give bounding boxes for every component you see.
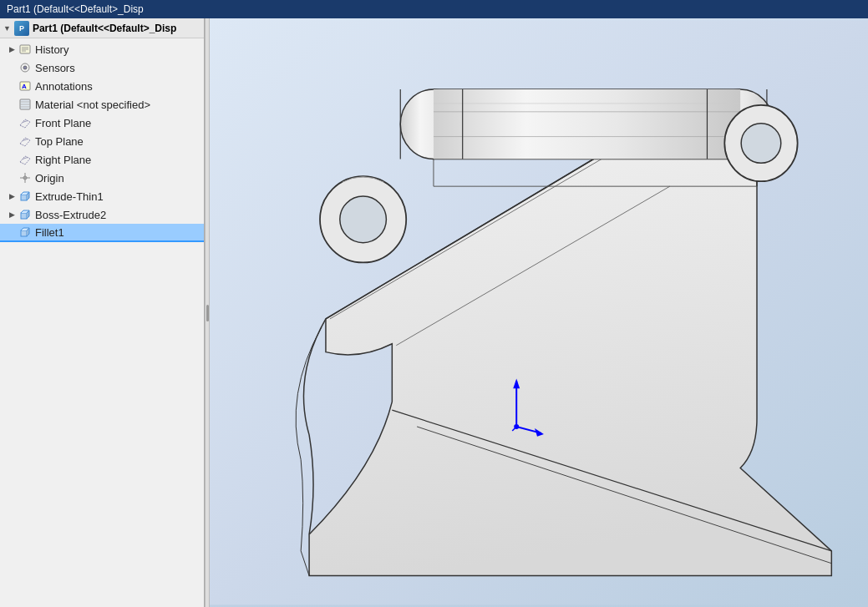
cad-viewport-svg <box>210 18 868 607</box>
material-icon-material <box>18 98 32 111</box>
plane-icon-right-plane <box>18 153 32 166</box>
svg-point-23 <box>340 196 387 243</box>
history-icon-history <box>18 43 32 56</box>
svg-point-25 <box>741 124 781 164</box>
expand-arrow-origin <box>7 173 17 183</box>
tree-content: ▶History Sensors AAnnotations Material <… <box>0 38 204 607</box>
tree-item-label-front-plane: Front Plane <box>35 117 91 129</box>
expand-arrow-sensors <box>7 63 17 73</box>
svg-rect-15 <box>21 195 27 200</box>
tree-item-annotations[interactable]: AAnnotations <box>0 77 204 95</box>
boss-icon-boss-extrude2 <box>18 208 32 221</box>
tree-item-right-plane[interactable]: Right Plane <box>0 150 204 169</box>
extrude-icon-extrude-thin1 <box>18 190 32 203</box>
part-header[interactable]: ▼ P Part1 (Default<<Default>_Disp <box>0 18 204 38</box>
svg-rect-17 <box>21 230 27 236</box>
svg-rect-16 <box>21 213 27 219</box>
svg-point-31 <box>514 424 519 429</box>
tree-item-label-annotations: Annotations <box>35 80 93 93</box>
expand-arrow-material <box>7 99 17 109</box>
tree-item-label-fillet1: Fillet1 <box>35 226 64 239</box>
cylinder-roller <box>400 89 774 159</box>
part-name-label: Part1 (Default<<Default>_Disp <box>33 23 176 34</box>
right-ring <box>724 105 797 181</box>
plane-icon-front-plane <box>18 116 32 129</box>
origin-icon-origin <box>18 171 32 185</box>
fillet-icon-fillet1 <box>18 225 32 239</box>
tree-item-front-plane[interactable]: Front Plane <box>0 114 204 132</box>
expand-arrow-fillet1 <box>7 227 17 237</box>
expand-arrow-history[interactable]: ▶ <box>7 44 17 54</box>
expand-arrow-extrude-thin1[interactable]: ▶ <box>7 191 17 201</box>
tree-item-label-history: History <box>35 43 69 56</box>
tree-item-boss-extrude2[interactable]: ▶Boss-Extrude2 <box>0 205 204 224</box>
tree-item-label-extrude-thin1: Extrude-Thin1 <box>35 190 104 203</box>
part-expand-arrow: ▼ <box>3 24 11 33</box>
title-bar-text: Part1 (Default<<Default>_Disp <box>7 3 144 15</box>
sensor-icon-sensors <box>18 61 32 74</box>
viewport[interactable] <box>210 18 868 607</box>
main-area: ▼ P Part1 (Default<<Default>_Disp ▶Histo… <box>0 18 868 607</box>
svg-rect-21 <box>434 89 740 159</box>
svg-text:A: A <box>22 83 27 90</box>
tree-item-top-plane[interactable]: Top Plane <box>0 132 204 150</box>
expand-arrow-boss-extrude2[interactable]: ▶ <box>7 210 17 220</box>
tree-item-extrude-thin1[interactable]: ▶Extrude-Thin1 <box>0 187 204 205</box>
expand-arrow-annotations <box>7 81 17 91</box>
tree-item-label-boss-extrude2: Boss-Extrude2 <box>35 209 106 221</box>
tree-item-history[interactable]: ▶History <box>0 40 204 58</box>
plane-icon-top-plane <box>18 134 32 148</box>
annotation-icon-annotations: A <box>18 79 32 93</box>
feature-tree-panel: ▼ P Part1 (Default<<Default>_Disp ▶Histo… <box>0 18 205 607</box>
tree-item-label-sensors: Sensors <box>35 62 75 74</box>
tree-item-label-right-plane: Right Plane <box>35 154 91 166</box>
tree-item-sensors[interactable]: Sensors <box>0 58 204 77</box>
tree-item-label-material: Material <not specified> <box>35 99 150 111</box>
tree-item-material[interactable]: Material <not specified> <box>0 95 204 114</box>
left-ring <box>320 176 406 262</box>
part-icon: P <box>14 21 29 36</box>
tree-item-label-top-plane: Top Plane <box>35 135 84 148</box>
tree-item-origin[interactable]: Origin <box>0 169 204 187</box>
tree-item-label-origin: Origin <box>35 172 64 185</box>
expand-arrow-front-plane <box>7 118 17 128</box>
tree-item-fillet1[interactable]: Fillet1 <box>0 224 204 242</box>
expand-arrow-top-plane <box>7 136 17 146</box>
svg-point-5 <box>23 66 27 69</box>
resize-dot <box>206 305 209 321</box>
title-bar: Part1 (Default<<Default>_Disp <box>0 0 868 18</box>
expand-arrow-right-plane <box>7 154 17 164</box>
